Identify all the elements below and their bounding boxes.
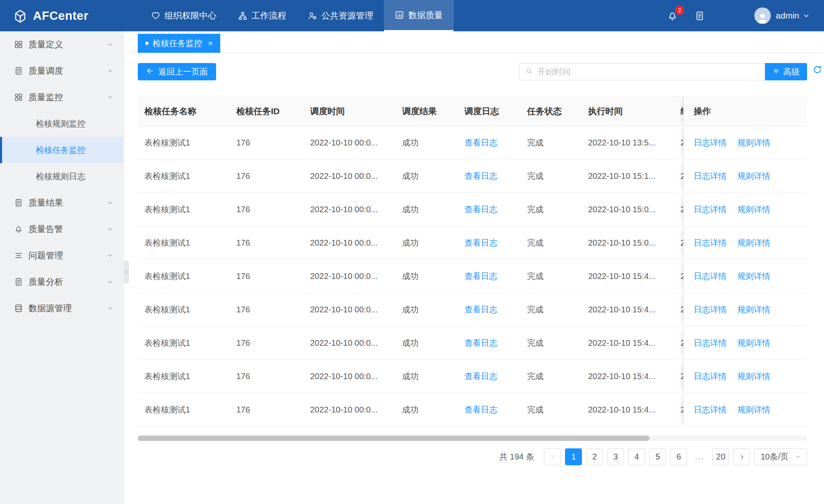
chart-icon bbox=[395, 10, 404, 20]
cell-task-status: 完成 bbox=[520, 193, 582, 226]
chevron-down-icon bbox=[107, 279, 113, 285]
cell-task-id: 176 bbox=[230, 159, 304, 193]
horizontal-scrollbar-thumb[interactable] bbox=[138, 436, 650, 441]
page-button[interactable]: 3 bbox=[607, 448, 624, 465]
view-log-link[interactable]: 查看日志 bbox=[464, 205, 497, 214]
chevron-down-icon bbox=[107, 226, 113, 232]
sidebar-item[interactable]: 质量监控 bbox=[0, 84, 123, 110]
rule-detail-link[interactable]: 规则详情 bbox=[737, 138, 770, 147]
tab-check-task-monitor[interactable]: 检核任务监控 × bbox=[138, 34, 220, 53]
tab-bar: 检核任务监控 × bbox=[124, 31, 824, 53]
log-detail-link[interactable]: 日志详情 bbox=[694, 205, 727, 214]
page-button[interactable]: 2 bbox=[586, 448, 603, 465]
log-detail-link[interactable]: 日志详情 bbox=[694, 405, 727, 414]
search-group: 高级 bbox=[519, 63, 807, 80]
view-log-link[interactable]: 查看日志 bbox=[464, 171, 497, 181]
cell-schedule-result: 成功 bbox=[396, 193, 458, 226]
notification-badge: 2 bbox=[675, 6, 684, 15]
cell-exec-time: 2022-10-10 15:4... bbox=[582, 293, 674, 326]
log-detail-link[interactable]: 日志详情 bbox=[694, 372, 727, 381]
nav-item-label: 工作流程 bbox=[252, 10, 286, 21]
sidebar-item[interactable]: 质量告警 bbox=[0, 216, 123, 242]
prev-page-button[interactable] bbox=[544, 448, 561, 465]
view-log-link[interactable]: 查看日志 bbox=[464, 272, 497, 281]
log-detail-link[interactable]: 日志详情 bbox=[694, 338, 727, 347]
page-button[interactable]: 1 bbox=[565, 448, 582, 465]
pagination: 共 194 条 123456...20 10条/页 bbox=[138, 448, 807, 465]
body-row: 质量定义质量调度质量监控检核规则监控检核任务监控检核规则日志质量结果质量告警问题… bbox=[0, 31, 824, 504]
sidebar-item[interactable]: 数据源管理 bbox=[0, 295, 123, 321]
back-button[interactable]: 返回上一页面 bbox=[138, 63, 216, 80]
sidebar-item-label: 质量监控 bbox=[28, 91, 63, 103]
sidebar-item-label: 数据源管理 bbox=[28, 302, 72, 314]
column-header: 操作 bbox=[683, 96, 807, 126]
sidebar-sub-item[interactable]: 检核任务监控 bbox=[0, 137, 123, 163]
user-menu[interactable]: admin bbox=[754, 7, 810, 24]
sidebar-item[interactable]: 质量调度 bbox=[0, 58, 123, 84]
page-button[interactable]: 20 bbox=[712, 448, 729, 465]
cell-task-name: 表检核测试1 bbox=[138, 393, 230, 427]
nav-item[interactable]: 公共资源管理 bbox=[297, 0, 384, 31]
sidebar-sub-item-label: 检核任务监控 bbox=[36, 145, 85, 156]
sidebar-sub-item[interactable]: 检核规则监控 bbox=[0, 110, 123, 137]
notifications-button[interactable]: 2 bbox=[667, 10, 678, 21]
log-detail-link[interactable]: 日志详情 bbox=[694, 171, 727, 181]
cell-task-name: 表检核测试1 bbox=[138, 226, 230, 260]
page-ellipsis: ... bbox=[691, 448, 708, 465]
rule-detail-link[interactable]: 规则详情 bbox=[737, 372, 770, 381]
sidebar-item-label: 质量分析 bbox=[28, 276, 63, 288]
log-detail-link[interactable]: 日志详情 bbox=[694, 305, 727, 314]
brand: AFCenter bbox=[0, 0, 124, 31]
view-log-link[interactable]: 查看日志 bbox=[464, 238, 497, 247]
cell-schedule-time: 2022-10-10 00:0... bbox=[304, 260, 396, 293]
table-row: 表检核测试11762022-10-10 00:0...成功查看日志完成2022-… bbox=[138, 260, 807, 293]
view-log-link[interactable]: 查看日志 bbox=[464, 305, 497, 314]
cell-schedule-log: 查看日志 bbox=[458, 159, 520, 193]
cell-exec-time: 2022-10-10 13:5... bbox=[582, 126, 674, 159]
sidebar-item[interactable]: 质量定义 bbox=[0, 31, 123, 58]
view-log-link[interactable]: 查看日志 bbox=[464, 138, 497, 147]
rule-detail-link[interactable]: 规则详情 bbox=[737, 238, 770, 247]
sidebar-item[interactable]: 问题管理 bbox=[0, 242, 123, 269]
log-detail-link[interactable]: 日志详情 bbox=[694, 272, 727, 281]
page-size-select[interactable]: 10条/页 bbox=[754, 448, 807, 465]
document-button[interactable] bbox=[695, 11, 705, 21]
cell-task-id: 176 bbox=[230, 226, 304, 260]
rule-detail-link[interactable]: 规则详情 bbox=[737, 205, 770, 214]
cell-task-id: 176 bbox=[230, 260, 304, 293]
next-page-button[interactable] bbox=[733, 448, 750, 465]
cell-task-name: 表检核测试1 bbox=[138, 293, 230, 326]
sidebar-item[interactable]: 质量分析 bbox=[0, 269, 123, 295]
view-log-link[interactable]: 查看日志 bbox=[464, 338, 497, 347]
view-log-link[interactable]: 查看日志 bbox=[464, 405, 497, 414]
column-header: 任务状态 bbox=[520, 96, 582, 126]
nav-item[interactable]: 组织权限中心 bbox=[140, 0, 227, 31]
page-button[interactable]: 4 bbox=[628, 448, 645, 465]
advanced-button[interactable]: 高级 bbox=[765, 63, 807, 80]
sidebar-item[interactable]: 质量结果 bbox=[0, 190, 123, 216]
sidebar-collapse-handle[interactable] bbox=[123, 260, 129, 284]
rule-detail-link[interactable]: 规则详情 bbox=[737, 405, 770, 414]
rule-detail-link[interactable]: 规则详情 bbox=[737, 272, 770, 281]
rule-detail-link[interactable]: 规则详情 bbox=[737, 171, 770, 181]
log-detail-link[interactable]: 日志详情 bbox=[694, 238, 727, 247]
tab-label: 检核任务监控 bbox=[153, 38, 202, 49]
sidebar-sub-item[interactable]: 检核规则日志 bbox=[0, 163, 123, 190]
view-log-link[interactable]: 查看日志 bbox=[464, 372, 497, 381]
page-button[interactable]: 6 bbox=[670, 448, 687, 465]
page-button[interactable]: 5 bbox=[649, 448, 666, 465]
rule-detail-link[interactable]: 规则详情 bbox=[737, 305, 770, 314]
rule-detail-link[interactable]: 规则详情 bbox=[737, 338, 770, 347]
list-icon bbox=[14, 251, 23, 260]
cell-task-status: 完成 bbox=[520, 126, 582, 159]
cell-schedule-result: 成功 bbox=[396, 226, 458, 260]
log-detail-link[interactable]: 日志详情 bbox=[694, 138, 727, 147]
nav-item[interactable]: 工作流程 bbox=[227, 0, 297, 31]
tab-close-icon[interactable]: × bbox=[208, 38, 213, 48]
cell-task-status: 完成 bbox=[520, 326, 582, 360]
start-time-input[interactable] bbox=[537, 67, 759, 77]
cell-actions: 日志详情规则详情 bbox=[683, 126, 807, 159]
refresh-button[interactable] bbox=[812, 65, 822, 75]
nav-item[interactable]: 数据质量 bbox=[384, 0, 454, 31]
database-icon bbox=[14, 304, 23, 313]
